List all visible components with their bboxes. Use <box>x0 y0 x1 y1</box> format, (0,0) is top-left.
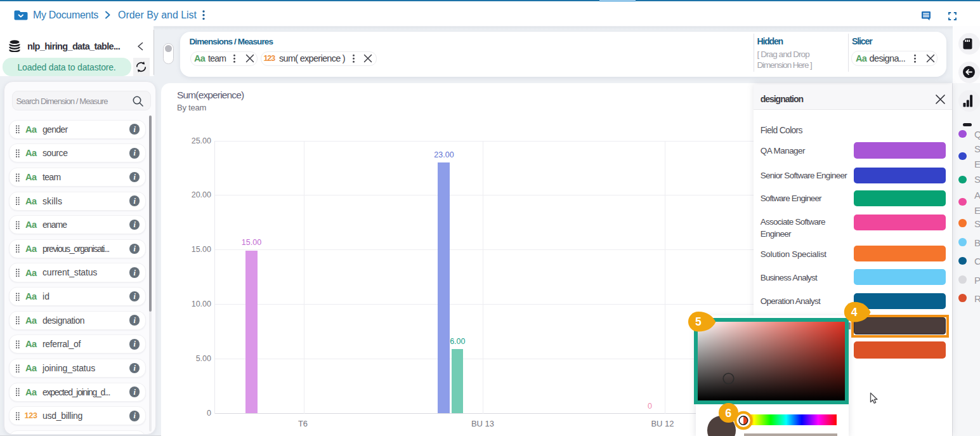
svg-text:6: 6 <box>725 407 731 419</box>
svg-text:4: 4 <box>851 306 858 319</box>
svg-text:5: 5 <box>695 315 702 328</box>
